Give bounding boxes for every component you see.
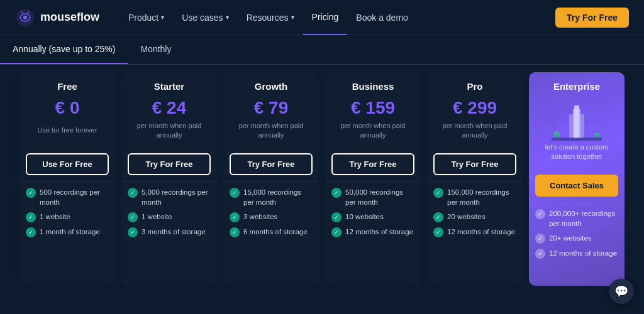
feature-text: 1 month of storage bbox=[40, 227, 100, 237]
check-icon: ✓ bbox=[128, 188, 138, 198]
logo[interactable]: mouseflow bbox=[15, 8, 99, 28]
plan-name: Pro bbox=[435, 81, 515, 92]
nav-product[interactable]: Product ▾ bbox=[119, 0, 173, 35]
plan-name: Starter bbox=[129, 81, 209, 92]
plan-name: Free bbox=[27, 81, 108, 92]
feature-text: 12 months of storage bbox=[447, 227, 515, 237]
plan-cta-button[interactable]: Contact Sales bbox=[535, 175, 618, 197]
plan-cta-wrap: Try For Free bbox=[427, 148, 523, 181]
feature-item: ✓ 15,000 recordings per month bbox=[230, 187, 313, 207]
feature-item: ✓ 500 recordings per month bbox=[26, 187, 109, 207]
plan-cta-wrap: Try For Free bbox=[121, 148, 217, 181]
feature-item: ✓ 20+ websites bbox=[535, 233, 618, 244]
svg-rect-5 bbox=[558, 122, 569, 138]
plan-features: ✓ 200,000+ recordings per month ✓ 20+ we… bbox=[529, 203, 625, 266]
plan-cta-button[interactable]: Try For Free bbox=[230, 153, 313, 175]
plan-header: Free € 0 Use for free forever bbox=[19, 72, 115, 148]
check-icon: ✓ bbox=[128, 212, 138, 222]
plan-price: € 24 bbox=[129, 98, 209, 118]
plan-name: Growth bbox=[231, 81, 311, 92]
feature-item: ✓ 10 websites bbox=[331, 212, 414, 222]
plan-features: ✓ 15,000 recordings per month ✓ 3 websit… bbox=[223, 181, 319, 245]
nav-try-free-button[interactable]: Try For Free bbox=[555, 8, 629, 28]
feature-item: ✓ 50,000 recordings per month bbox=[331, 187, 414, 207]
nav-resources[interactable]: Resources ▾ bbox=[238, 0, 303, 35]
pricing-grid: Free € 0 Use for free forever Use For Fr… bbox=[5, 72, 639, 286]
feature-item: ✓ 12 months of storage bbox=[331, 227, 414, 237]
plan-name: Business bbox=[333, 81, 413, 92]
feature-item: ✓ 150,000 recordings per month bbox=[433, 187, 516, 207]
nav-book-demo[interactable]: Book a demo bbox=[347, 0, 417, 35]
feature-text: 12 months of storage bbox=[345, 227, 413, 237]
plan-cta-wrap: Try For Free bbox=[223, 148, 319, 181]
check-icon: ✓ bbox=[230, 227, 240, 237]
plan-period: let's create a custom solution together bbox=[536, 142, 617, 162]
feature-text: 20 websites bbox=[447, 212, 486, 222]
feature-item: ✓ 20 websites bbox=[433, 212, 516, 222]
plan-cta-button[interactable]: Use For Free bbox=[26, 153, 109, 175]
chat-bubble[interactable]: 💬 bbox=[609, 279, 634, 304]
plan-period: per month when paid annually bbox=[435, 121, 515, 141]
plan-period: per month when paid annually bbox=[231, 121, 311, 141]
feature-text: 12 months of storage bbox=[549, 248, 617, 258]
feature-text: 3 websites bbox=[243, 212, 277, 222]
plan-card-business: Business € 159 per month when paid annua… bbox=[325, 72, 421, 286]
feature-text: 150,000 recordings per month bbox=[447, 187, 516, 207]
plan-price: € 159 bbox=[333, 98, 413, 118]
plan-name: Enterprise bbox=[536, 81, 617, 92]
check-icon: ✓ bbox=[331, 188, 341, 198]
chevron-down-icon: ▾ bbox=[161, 14, 164, 21]
plan-features: ✓ 500 recordings per month ✓ 1 website ✓… bbox=[19, 181, 115, 245]
plan-header: Business € 159 per month when paid annua… bbox=[325, 72, 421, 148]
svg-rect-6 bbox=[584, 123, 594, 138]
check-icon: ✓ bbox=[331, 212, 341, 222]
feature-item: ✓ 1 month of storage bbox=[26, 227, 109, 237]
plan-cta-button[interactable]: Try For Free bbox=[128, 153, 211, 175]
check-icon: ✓ bbox=[26, 188, 36, 198]
check-icon: ✓ bbox=[128, 227, 138, 237]
plan-period: per month when paid annually bbox=[129, 121, 209, 141]
plan-header: Starter € 24 per month when paid annuall… bbox=[121, 72, 217, 148]
nav-pricing[interactable]: Pricing bbox=[303, 0, 348, 35]
plan-cta-button[interactable]: Try For Free bbox=[331, 153, 414, 175]
check-icon: ✓ bbox=[535, 234, 545, 244]
feature-text: 10 websites bbox=[345, 212, 384, 222]
tab-monthly[interactable]: Monthly bbox=[128, 35, 184, 64]
feature-item: ✓ 5,000 recordings per month bbox=[128, 187, 211, 207]
plan-card-starter: Starter € 24 per month when paid annuall… bbox=[121, 72, 217, 286]
chevron-down-icon: ▾ bbox=[291, 14, 294, 21]
feature-text: 200,000+ recordings per month bbox=[549, 208, 618, 229]
plan-cta-button[interactable]: Try For Free bbox=[433, 153, 516, 175]
plan-header: Enterprise bbox=[529, 72, 625, 170]
feature-text: 6 months of storage bbox=[243, 227, 308, 237]
plan-price: € 299 bbox=[435, 98, 515, 118]
check-icon: ✓ bbox=[433, 188, 443, 198]
check-icon: ✓ bbox=[535, 249, 545, 259]
check-icon: ✓ bbox=[433, 212, 443, 222]
feature-item: ✓ 6 months of storage bbox=[230, 227, 313, 237]
svg-rect-11 bbox=[552, 138, 602, 141]
pricing-section: Free € 0 Use for free forever Use For Fr… bbox=[0, 65, 644, 296]
nav-use-cases[interactable]: Use cases ▾ bbox=[173, 0, 237, 35]
plan-header: Growth € 79 per month when paid annually bbox=[223, 72, 319, 148]
feature-text: 50,000 recordings per month bbox=[345, 187, 414, 207]
feature-text: 1 website bbox=[40, 212, 70, 222]
logo-text: mouseflow bbox=[40, 11, 99, 24]
feature-item: ✓ 12 months of storage bbox=[535, 248, 618, 259]
check-icon: ✓ bbox=[331, 227, 341, 237]
plan-card-free: Free € 0 Use for free forever Use For Fr… bbox=[19, 72, 115, 286]
check-icon: ✓ bbox=[433, 227, 443, 237]
check-icon: ✓ bbox=[230, 212, 240, 222]
plan-card-enterprise: Enterprise bbox=[529, 72, 625, 286]
check-icon: ✓ bbox=[26, 227, 36, 237]
billing-tabs: Annually (save up to 25%) Monthly bbox=[0, 35, 644, 65]
plan-cta-wrap: Use For Free bbox=[19, 148, 115, 181]
plan-features: ✓ 5,000 recordings per month ✓ 1 website… bbox=[121, 181, 217, 245]
check-icon: ✓ bbox=[230, 188, 240, 198]
tab-annually[interactable]: Annually (save up to 25%) bbox=[0, 35, 128, 64]
chevron-down-icon: ▾ bbox=[226, 14, 229, 21]
enterprise-illustration bbox=[536, 98, 617, 142]
feature-text: 20+ websites bbox=[549, 233, 591, 243]
nav-links: Product ▾ Use cases ▾ Resources ▾ Pricin… bbox=[119, 0, 417, 35]
feature-text: 500 recordings per month bbox=[40, 187, 109, 207]
